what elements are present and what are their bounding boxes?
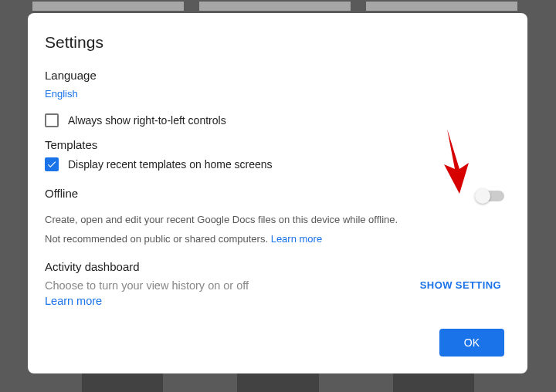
language-heading: Language <box>45 69 504 82</box>
activity-learn-more-link[interactable]: Learn more <box>45 295 249 307</box>
offline-note: Not recommended on public or shared comp… <box>45 233 504 245</box>
offline-description: Create, open and edit your recent Google… <box>45 214 504 225</box>
ok-button[interactable]: OK <box>439 329 504 357</box>
templates-checkbox[interactable] <box>45 157 59 171</box>
templates-heading: Templates <box>45 138 504 151</box>
offline-toggle[interactable] <box>476 191 504 201</box>
activity-description: Choose to turn your view history on or o… <box>45 279 249 292</box>
activity-heading: Activity dashboard <box>45 260 504 273</box>
dialog-footer: OK <box>439 329 504 357</box>
checkmark-icon <box>46 159 57 170</box>
rtl-checkbox-label: Always show right-to-left controls <box>68 114 226 127</box>
templates-checkbox-row[interactable]: Display recent templates on home screens <box>45 157 504 171</box>
templates-checkbox-label: Display recent templates on home screens <box>68 158 273 171</box>
settings-dialog: Settings Language English Always show ri… <box>28 13 527 373</box>
offline-learn-more-link[interactable]: Learn more <box>271 233 322 245</box>
show-setting-button[interactable]: SHOW SETTING <box>420 279 501 291</box>
rtl-checkbox-row[interactable]: Always show right-to-left controls <box>45 113 504 127</box>
rtl-checkbox[interactable] <box>45 113 59 127</box>
offline-toggle-knob <box>475 188 490 204</box>
dialog-title: Settings <box>45 33 504 52</box>
offline-heading: Offline <box>45 187 78 200</box>
language-link[interactable]: English <box>45 88 78 100</box>
